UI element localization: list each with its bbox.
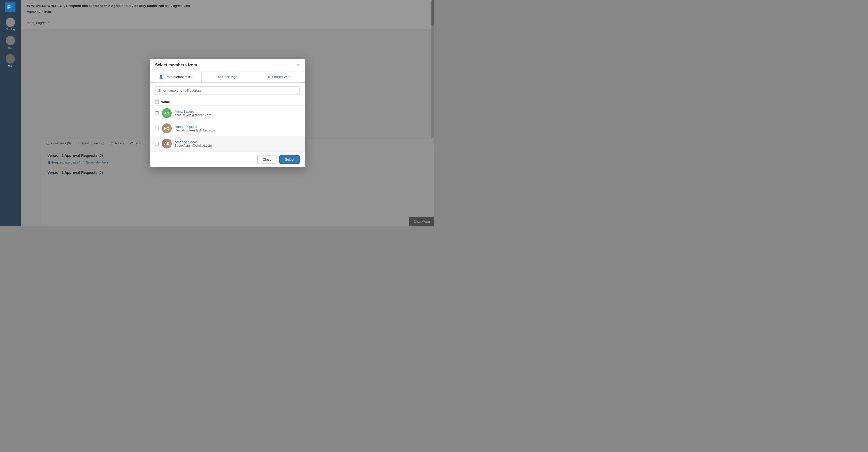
svg-text:F: F: [7, 4, 10, 10]
member-list: AS Anna Sayers anna.sayers@clinked.com H…: [150, 106, 305, 151]
select-button[interactable]: Select: [279, 155, 300, 164]
close-button[interactable]: Close: [257, 155, 277, 164]
search-container: [150, 83, 305, 98]
sidebar: F Nasdaq test test: [0, 0, 21, 226]
member-row-amanda[interactable]: AS Amanda Snow BudexAdmin@clinked.com: [150, 136, 305, 151]
member-checkbox-anna[interactable]: [155, 111, 159, 115]
app-logo[interactable]: F: [5, 2, 16, 12]
member-email-anna: anna.sayers@clinked.com: [175, 113, 211, 117]
member-info-hannah: Hannah Queree hannah.queree@clinked.com: [175, 125, 215, 132]
table-header: Name: [150, 98, 305, 106]
select-members-modal: Select members from... × 👤 From members …: [150, 59, 305, 168]
modal-title: Select members from...: [155, 63, 200, 67]
member-checkbox-amanda[interactable]: [155, 142, 159, 145]
member-name-anna: Anna Sayers: [175, 110, 211, 113]
user-tags-icon: 🏷: [217, 75, 221, 79]
shared-with-icon: ↻: [268, 75, 270, 79]
modal-tabs: 👤 From members list 🏷 User Tags ↻ Shared…: [150, 72, 305, 83]
member-email-hannah: hannah.queree@clinked.com: [175, 129, 215, 132]
member-name-amanda: Amanda Snow: [175, 140, 212, 144]
sidebar-item-test1[interactable]: test: [0, 33, 21, 52]
modal-close-button[interactable]: ×: [297, 63, 300, 67]
member-name-hannah: Hannah Queree: [175, 125, 215, 129]
member-search-input[interactable]: [155, 86, 300, 95]
modal-overlay: Select members from... × 👤 From members …: [21, 0, 434, 226]
member-row-anna[interactable]: AS Anna Sayers anna.sayers@clinked.com: [150, 106, 305, 121]
members-list-icon: 👤: [159, 75, 163, 79]
member-avatar-anna: AS: [162, 108, 172, 118]
modal-tab-members-list[interactable]: 👤 From members list: [150, 72, 202, 82]
select-all-checkbox[interactable]: [155, 100, 159, 104]
main-content: IN WITNESS WHEREOF, Recipient has execut…: [21, 0, 434, 226]
sidebar-item-test2[interactable]: test: [0, 52, 21, 70]
member-info-amanda: Amanda Snow BudexAdmin@clinked.com: [175, 140, 212, 148]
sidebar-item-nasdaq[interactable]: Nasdaq: [0, 15, 21, 33]
select-all-label: Name: [155, 100, 170, 104]
member-avatar-amanda: AS: [162, 139, 172, 149]
member-row-hannah[interactable]: HQ Hannah Queree hannah.queree@clinked.c…: [150, 121, 305, 136]
modal-footer: Close Select: [150, 151, 305, 168]
modal-tab-shared-with[interactable]: ↻ Shared With: [253, 72, 305, 82]
member-avatar-hannah: HQ: [162, 123, 172, 133]
member-email-amanda: BudexAdmin@clinked.com: [175, 144, 212, 148]
member-info-anna: Anna Sayers anna.sayers@clinked.com: [175, 110, 211, 117]
modal-tab-user-tags[interactable]: 🏷 User Tags: [202, 72, 253, 82]
modal-header: Select members from... ×: [150, 59, 305, 72]
member-checkbox-hannah[interactable]: [155, 126, 159, 130]
